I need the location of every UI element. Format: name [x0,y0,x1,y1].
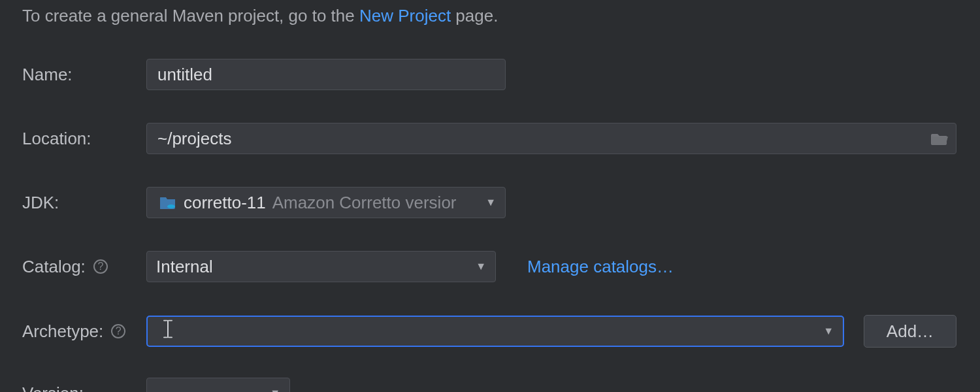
help-icon[interactable] [111,324,125,338]
jdk-dropdown[interactable]: corretto-11 Amazon Corretto versior [146,187,506,218]
hint-suffix: page. [451,6,498,25]
jdk-vendor: Amazon Corretto versior [272,193,496,213]
archetype-label: Archetype: [22,321,103,342]
browse-folder-icon[interactable] [931,132,948,145]
new-project-link[interactable]: New Project [359,6,451,25]
add-button[interactable]: Add… [864,315,956,348]
catalog-value: Internal [156,257,213,277]
manage-catalogs-link[interactable]: Manage catalogs… [527,257,674,277]
jdk-name: corretto-11 [184,193,266,213]
hint-text: To create a general Maven project, go to… [22,4,958,27]
add-button-label: Add… [887,321,934,342]
catalog-dropdown[interactable]: Internal [146,251,496,282]
name-label: Name: [22,65,73,85]
location-label: Location: [22,129,91,149]
help-icon[interactable] [93,259,108,274]
location-input[interactable] [156,128,923,150]
archetype-input[interactable] [157,321,834,342]
svg-point-0 [167,204,175,208]
chevron-down-icon [476,261,486,272]
jdk-label: JDK: [22,193,59,213]
hint-prefix: To create a general Maven project, go to… [22,6,359,25]
name-field[interactable] [146,59,506,90]
version-label: Version: [22,384,84,392]
catalog-label: Catalog: [22,257,86,277]
archetype-combobox[interactable] [146,316,844,347]
name-input[interactable] [156,64,496,86]
folder-icon [160,196,176,209]
version-dropdown[interactable] [146,378,290,392]
location-field[interactable] [146,123,956,154]
chevron-down-icon [270,387,280,392]
